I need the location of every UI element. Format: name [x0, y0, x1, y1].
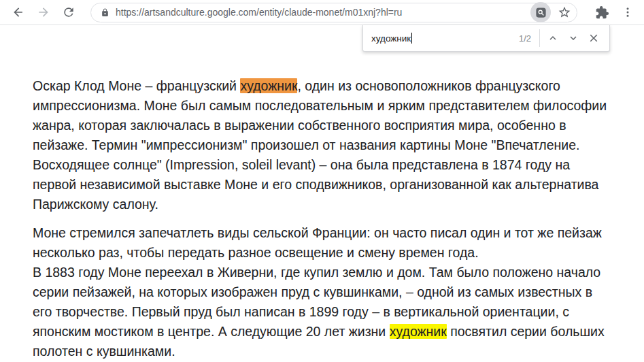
back-button[interactable]	[10, 3, 27, 21]
find-match-highlight-match: художник	[390, 324, 447, 339]
chevron-up-icon	[547, 32, 559, 44]
find-next-button[interactable]	[563, 28, 583, 48]
extensions-button[interactable]	[592, 3, 611, 22]
address-bar[interactable]: https://artsandculture.google.com/entity…	[90, 3, 577, 22]
find-close-button[interactable]	[583, 28, 604, 48]
browser-toolbar: https://artsandculture.google.com/entity…	[0, 0, 644, 25]
puzzle-piece-icon	[595, 5, 609, 20]
three-dots-menu-icon	[622, 6, 634, 18]
forward-button[interactable]	[35, 3, 52, 21]
find-query-text: художник	[371, 33, 411, 44]
find-match-highlight-active: художник	[240, 78, 297, 93]
reload-icon	[62, 5, 75, 19]
reload-button[interactable]	[60, 3, 78, 21]
paragraph-monet-giverny: Моне стремился запечатлеть виды сельской…	[33, 223, 610, 361]
paragraph-monet-intro: Оскар Клод Моне – французский художник, …	[33, 76, 610, 214]
https-lock-icon	[101, 8, 109, 17]
bookmark-button[interactable]	[555, 3, 574, 22]
page-content: Оскар Клод Моне – французский художник, …	[0, 25, 644, 361]
star-outline-icon	[558, 5, 571, 19]
find-match-counter: 1/2	[519, 33, 531, 44]
text-caret	[411, 33, 412, 44]
find-previous-button[interactable]	[543, 28, 563, 48]
find-input[interactable]: художник	[371, 25, 515, 51]
text-segment: , один из основоположников французского …	[33, 78, 607, 212]
url-text: https://artsandculture.google.com/entity…	[116, 7, 530, 18]
text-segment: Моне стремился запечатлеть виды сельской…	[33, 225, 602, 260]
image-search-icon	[535, 6, 547, 19]
forward-icon	[37, 5, 50, 19]
find-in-page-bar: художник 1/2	[362, 25, 610, 52]
chevron-down-icon	[567, 32, 579, 44]
back-icon	[12, 5, 25, 19]
close-icon	[588, 32, 600, 44]
browser-menu-button[interactable]	[618, 3, 637, 22]
search-in-page-button[interactable]	[530, 2, 551, 22]
find-bar-divider	[539, 29, 540, 47]
text-segment: Оскар Клод Моне – французский	[33, 78, 240, 93]
